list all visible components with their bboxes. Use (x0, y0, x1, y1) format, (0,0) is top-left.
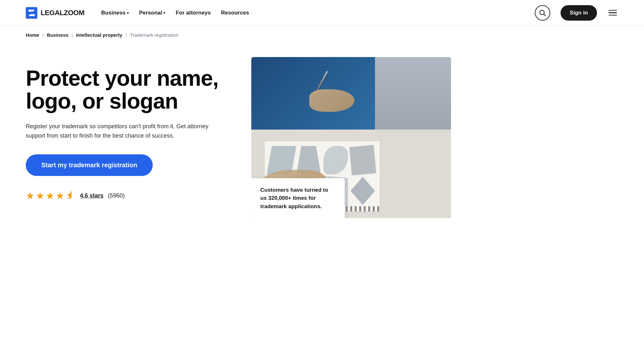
breadcrumb-sep-1: | (43, 32, 44, 38)
star-4: ★ (56, 190, 64, 201)
signin-button[interactable]: Sign in (561, 5, 597, 21)
search-icon (539, 9, 546, 16)
rating-area: ★ ★ ★ ★ ⯨ 4.6 stars (5960) (26, 190, 232, 201)
svg-line-3 (544, 14, 545, 15)
chevron-down-icon: ▾ (163, 11, 165, 15)
logo-icon (26, 7, 37, 19)
breadcrumb-business[interactable]: Business (47, 32, 69, 38)
nav-resources[interactable]: Resources (221, 10, 249, 16)
menu-line-2 (609, 12, 617, 13)
star-3: ★ (46, 190, 54, 201)
nav-attorneys[interactable]: For attorneys (176, 10, 211, 16)
nav-personal[interactable]: Personal ▾ (139, 10, 166, 16)
hero-section: Protect your name, logo, or slogan Regis… (0, 44, 451, 244)
star-2: ★ (36, 190, 44, 201)
breadcrumb-sep-2: | (72, 32, 73, 38)
breadcrumb-ip[interactable]: Intellectual property (76, 32, 122, 38)
breadcrumb-home[interactable]: Home (26, 32, 39, 38)
menu-line-3 (609, 15, 617, 16)
nav-business[interactable]: Business ▾ (101, 10, 129, 16)
stars-display: ★ ★ ★ ★ ⯨ (26, 190, 75, 201)
breadcrumb: Home | Business | Intellectual property … (0, 26, 644, 44)
brand-name: LEGALZOOM (41, 9, 84, 17)
hero-title: Protect your name, logo, or slogan (26, 67, 232, 113)
search-button[interactable] (535, 5, 550, 21)
rating-count: (5960) (108, 192, 125, 199)
hero-image: Customers have turned to us 320,000+ tim… (251, 57, 451, 218)
chevron-down-icon: ▾ (127, 11, 129, 15)
rating-link[interactable]: 4.6 stars (80, 192, 103, 199)
logo-link[interactable]: LEGALZOOM (26, 7, 84, 19)
hero-description: Register your trademark so competitors c… (26, 122, 213, 141)
star-half: ⯨ (66, 190, 75, 201)
hamburger-menu-button[interactable] (607, 9, 618, 17)
cta-button[interactable]: Start my trademark registration (26, 154, 153, 176)
social-proof-text: Customers have turned to us 320,000+ tim… (260, 186, 336, 211)
breadcrumb-current: Trademark registration (130, 32, 178, 38)
svg-rect-0 (26, 7, 37, 19)
breadcrumb-sep-3: | (126, 32, 127, 38)
social-proof-card: Customers have turned to us 320,000+ tim… (251, 178, 345, 218)
menu-line-1 (609, 10, 617, 11)
star-1: ★ (26, 190, 34, 201)
hero-left-content: Protect your name, logo, or slogan Regis… (26, 57, 232, 201)
hero-right-content: Customers have turned to us 320,000+ tim… (251, 57, 451, 225)
